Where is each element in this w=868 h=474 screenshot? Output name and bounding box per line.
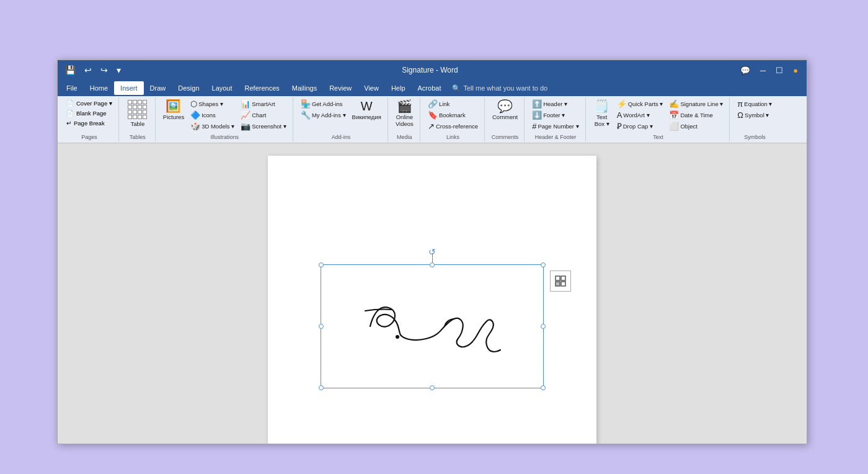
bookmark-button[interactable]: 🔖 Bookmark (425, 110, 480, 120)
table-button[interactable]: Table (124, 99, 151, 128)
textbox-button[interactable]: 🗒️ TextBox ▾ (591, 99, 613, 129)
handle-mid-left[interactable] (319, 324, 324, 329)
signature-container[interactable]: ↺ (321, 264, 544, 388)
dropcap-icon: Ꝑ (617, 122, 622, 131)
handle-top-right[interactable] (541, 262, 546, 267)
undo-icon[interactable]: ↩ (82, 64, 94, 76)
minimize-button[interactable]: ─ (756, 65, 769, 76)
equation-button[interactable]: π Equation ▾ (735, 99, 774, 109)
pictures-button[interactable]: 🖼️ Pictures (161, 99, 187, 122)
close-button[interactable]: ● (789, 65, 802, 76)
handle-bottom-left[interactable] (319, 385, 324, 390)
signature-line-label: Signature Line ▾ (680, 101, 723, 107)
rotate-line (432, 253, 433, 263)
3d-models-button[interactable]: 🎲 3D Models ▾ (188, 121, 237, 132)
header-button[interactable]: ⬆️ Header ▾ (529, 99, 582, 109)
signature-image (333, 277, 531, 376)
handle-top-left[interactable] (319, 262, 324, 267)
symbols-label: Symbols (744, 133, 766, 140)
blank-page-button[interactable]: 📄 Blank Page (64, 109, 109, 118)
title-bar: 💾 ↩ ↪ ▾ Signature - Word 💬 ─ ☐ ● (58, 60, 807, 80)
page-number-button[interactable]: # Page Number ▾ (529, 121, 582, 132)
menu-layout[interactable]: Layout (206, 81, 239, 95)
symbol-label: Symbol ▾ (745, 112, 769, 118)
pages-buttons: 📄 Cover Page ▾ 📄 Blank Page ↵ Page Break (64, 99, 115, 133)
cross-reference-label: Cross-reference (436, 123, 478, 130)
equation-label: Equation ▾ (744, 101, 772, 107)
get-addins-button[interactable]: 🏪 Get Add-ins (298, 99, 348, 109)
link-icon: 🔗 (428, 99, 438, 109)
cover-page-button[interactable]: 📄 Cover Page ▾ (64, 99, 115, 108)
addins-col: 🏪 Get Add-ins 🔧 My Add-ins ▾ (298, 99, 348, 120)
menu-view[interactable]: View (358, 81, 385, 95)
cover-page-label: Cover Page ▾ (76, 100, 112, 107)
wordart-button[interactable]: A WordArt ▾ (614, 110, 666, 120)
screenshot-button[interactable]: 📷 Screenshot ▾ (238, 121, 289, 132)
menu-help[interactable]: Help (385, 81, 412, 95)
date-time-label: Date & Time (680, 112, 712, 118)
icons-label: Icons (202, 112, 216, 118)
symbol-button[interactable]: Ω Symbol ▾ (735, 110, 774, 120)
quick-parts-icon: ⚡ (617, 99, 627, 109)
menu-references[interactable]: References (239, 81, 286, 95)
symbols-buttons: π Equation ▾ Ω Symbol ▾ (735, 99, 774, 133)
object-button[interactable]: ⬜ Object (666, 121, 725, 132)
layout-options-button[interactable] (550, 271, 571, 292)
menu-insert[interactable]: Insert (114, 81, 144, 95)
page-number-icon: # (532, 122, 536, 131)
wikipedia-button[interactable]: W Википедия (350, 99, 384, 122)
cross-reference-button[interactable]: ↗ Cross-reference (425, 121, 480, 132)
footer-icon: ⬇️ (532, 110, 542, 120)
comment-icon[interactable]: 💬 (737, 65, 754, 76)
ribbon-group-text: 🗒️ TextBox ▾ ⚡ Quick Parts ▾ A WordArt ▾… (587, 97, 730, 141)
signature-box[interactable] (321, 264, 544, 388)
menu-draw[interactable]: Draw (144, 81, 172, 95)
menu-file[interactable]: File (60, 81, 84, 95)
menu-design[interactable]: Design (172, 81, 205, 95)
smartart-button[interactable]: 📊 SmartArt (238, 99, 289, 109)
online-videos-button[interactable]: 🎬 OnlineVideos (393, 99, 416, 129)
menu-home[interactable]: Home (84, 81, 114, 95)
page-break-button[interactable]: ↵ Page Break (64, 118, 107, 128)
footer-button[interactable]: ⬇️ Footer ▾ (529, 110, 582, 120)
textbox-icon: 🗒️ (594, 100, 609, 112)
handle-bottom-right[interactable] (541, 385, 546, 390)
svg-rect-3 (556, 282, 560, 286)
handle-top-center[interactable] (430, 262, 435, 267)
pictures-label: Pictures (163, 114, 184, 120)
svg-rect-1 (556, 276, 560, 280)
customize-qat-icon[interactable]: ▾ (114, 64, 123, 76)
dropcap-button[interactable]: Ꝑ Drop Cap ▾ (614, 121, 666, 132)
blank-page-icon: 📄 (66, 110, 74, 117)
menu-acrobat[interactable]: Acrobat (412, 81, 448, 95)
comment-button[interactable]: 💬 Comment (490, 99, 520, 122)
save-icon[interactable]: 💾 (63, 64, 78, 76)
link-button[interactable]: 🔗 Link (425, 99, 480, 109)
text-buttons: 🗒️ TextBox ▾ ⚡ Quick Parts ▾ A WordArt ▾… (591, 99, 726, 133)
shapes-label: Shapes ▾ (198, 101, 223, 107)
quick-parts-button[interactable]: ⚡ Quick Parts ▾ (614, 99, 666, 109)
link-label: Link (439, 101, 450, 107)
redo-icon[interactable]: ↪ (98, 64, 110, 76)
word-window: 💾 ↩ ↪ ▾ Signature - Word 💬 ─ ☐ ● File Ho… (57, 60, 807, 444)
icons-button[interactable]: 🔷 Icons (188, 110, 237, 120)
pages-label: Pages (81, 133, 97, 140)
menu-mailings[interactable]: Mailings (286, 81, 323, 95)
handle-mid-right[interactable] (541, 324, 546, 329)
restore-button[interactable]: ☐ (772, 65, 787, 76)
table-icon (128, 100, 147, 119)
object-icon: ⬜ (669, 122, 679, 131)
get-addins-icon: 🏪 (301, 99, 311, 109)
chart-button[interactable]: 📈 Chart (238, 110, 289, 120)
ribbon-group-illustrations: 🖼️ Pictures ⬡ Shapes ▾ 🔷 Icons 🎲 3D Mode… (157, 97, 293, 141)
my-addins-button[interactable]: 🔧 My Add-ins ▾ (298, 110, 348, 120)
menu-review[interactable]: Review (323, 81, 358, 95)
signature-line-button[interactable]: ✍️ Signature Line ▾ (666, 99, 725, 109)
tell-me-input[interactable] (463, 84, 569, 92)
date-time-button[interactable]: 📅 Date & Time (666, 110, 725, 120)
media-buttons: 🎬 OnlineVideos (393, 99, 416, 133)
my-addins-icon: 🔧 (301, 110, 311, 120)
shapes-button[interactable]: ⬡ Shapes ▾ (188, 99, 237, 109)
3d-models-label: 3D Models ▾ (202, 123, 234, 130)
handle-bottom-center[interactable] (430, 385, 435, 390)
